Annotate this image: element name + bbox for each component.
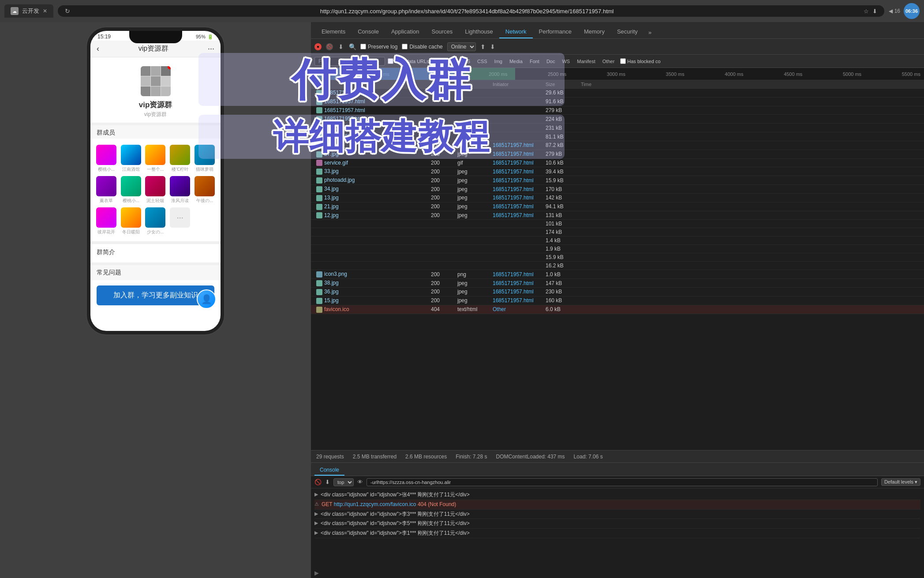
table-row[interactable]: service.gif 200 gif 1685171957.html 10.6…: [311, 159, 924, 168]
row-initiator[interactable]: 1685171957.html: [491, 280, 544, 286]
table-row[interactable]: 26.jpg 200 jpeg 1685171957.html 87.2 kB: [311, 141, 924, 150]
filter-all[interactable]: All: [432, 58, 443, 65]
table-row[interactable]: 101 kB: [311, 220, 924, 228]
console-levels-btn[interactable]: Default levels ▾: [881, 478, 920, 486]
disable-cache-checkbox[interactable]: Disable cache: [402, 44, 442, 50]
console-context-select[interactable]: top: [333, 478, 354, 486]
row-size: 81.1 kB: [544, 134, 579, 140]
table-row[interactable]: 27.jpg 200 jpeg 1685171957.html 279 kB: [311, 150, 924, 159]
tab-memory[interactable]: Memory: [578, 26, 611, 38]
table-row[interactable]: 174 kB: [311, 228, 924, 236]
console-filter-btn[interactable]: ⬇: [325, 479, 330, 485]
record-button[interactable]: ●: [314, 43, 322, 50]
console-filter-input[interactable]: [367, 478, 878, 486]
row-initiator[interactable]: 1685171957.html: [491, 177, 544, 184]
table-row[interactable]: favicon.ico 404 text/html Other 6.0 kB: [311, 305, 924, 314]
filter-manifest[interactable]: Manifest: [574, 58, 599, 65]
member-item: ···: [168, 206, 192, 237]
floating-avatar[interactable]: 👤: [197, 289, 216, 309]
row-initiator[interactable]: Other: [491, 306, 544, 312]
filter-media[interactable]: Media: [506, 58, 526, 65]
devtools-overflow-btn[interactable]: »: [644, 26, 656, 38]
row-initiator[interactable]: 1685171957.html: [491, 160, 544, 166]
tab-performance[interactable]: Performance: [533, 26, 578, 38]
table-row[interactable]: 33.jpg 200 jpeg 1685171957.html 39.4 kB: [311, 167, 924, 176]
row-initiator[interactable]: 1685171957.html: [491, 289, 544, 295]
row-initiator[interactable]: 1685171957.html: [491, 186, 544, 192]
join-button[interactable]: 加入群，学习更多副业知识: [97, 285, 214, 305]
row-initiator[interactable]: 1685171957.html: [491, 203, 544, 210]
import-button[interactable]: ⬆: [480, 43, 486, 50]
hide-data-urls-checkbox[interactable]: Hide data URLs: [388, 58, 429, 64]
table-row[interactable]: 1685171957.html 29.6 kB: [311, 89, 924, 98]
console-message: ▶<div class="idjshow" id="idjshow">李5***…: [314, 519, 920, 529]
col-status: Status: [429, 82, 456, 87]
clear-button[interactable]: 🚫: [326, 43, 333, 50]
console-toolbar: 🚫 ⬇ top 👁 Default levels ▾: [311, 476, 924, 488]
filter-js[interactable]: JS: [461, 58, 473, 65]
refresh-icon[interactable]: ↻: [65, 8, 70, 15]
table-row[interactable]: 21.jpg 200 jpeg 1685171957.html 94.1 kB: [311, 203, 924, 211]
bookmark-icon[interactable]: ☆: [864, 8, 869, 15]
table-row[interactable]: photoadd.jpg 200 jpeg 1685171957.html 15…: [311, 176, 924, 185]
table-row[interactable]: 15.9 kB: [311, 253, 924, 262]
console-eye-icon[interactable]: 👁: [357, 479, 363, 485]
filter-img[interactable]: Img: [491, 58, 505, 65]
table-row[interactable]: 1685171957.html 91.6 kB: [311, 98, 924, 106]
row-initiator[interactable]: 1685171957.html: [491, 212, 544, 218]
export-button[interactable]: ⬇: [490, 43, 495, 50]
filter-other[interactable]: Other: [599, 58, 618, 65]
console-tab[interactable]: Console: [314, 465, 344, 476]
row-initiator[interactable]: 1685171957.html: [491, 195, 544, 201]
error-link[interactable]: http://qun1.zzqcym.com/favicon.ico: [334, 501, 416, 507]
search-button[interactable]: 🔍: [349, 43, 356, 50]
faq-section: 常见问题: [90, 263, 221, 280]
filter-xhr[interactable]: XHR: [444, 58, 460, 65]
more-button[interactable]: ···: [208, 44, 214, 53]
tab-close-icon[interactable]: ✕: [43, 8, 47, 14]
table-row[interactable]: 36.jpg 200 jpeg 1685171957.html 230 kB: [311, 288, 924, 297]
tab-application[interactable]: Application: [385, 26, 426, 38]
filter-input[interactable]: [314, 57, 385, 66]
filter-font[interactable]: Font: [527, 58, 542, 65]
tab-elements[interactable]: Elements: [315, 26, 352, 38]
throttling-select[interactable]: Online: [447, 42, 476, 51]
table-row[interactable]: 38.jpg 200 jpeg 1685171957.html 147 kB: [311, 279, 924, 288]
filter-css[interactable]: CSS: [474, 58, 490, 65]
row-status: 200: [429, 212, 456, 218]
table-row[interactable]: 1.9 kB: [311, 245, 924, 253]
download-icon[interactable]: ⬇: [872, 8, 877, 15]
tab-security[interactable]: Security: [611, 26, 644, 38]
url-bar[interactable]: ↻ http://qun1.zzqcym.com/group.php/index…: [58, 5, 884, 17]
table-row[interactable]: 1.4 kB: [311, 236, 924, 245]
tab-sources[interactable]: Sources: [426, 26, 459, 38]
browser-tab[interactable]: ☁ 云开发 ✕: [4, 4, 53, 18]
table-row[interactable]: 1685171957.html 81.1 kB: [311, 132, 924, 141]
tab-network[interactable]: Network: [499, 26, 533, 38]
table-row[interactable]: 16.2 kB: [311, 262, 924, 270]
row-initiator[interactable]: 1685171957.html: [491, 151, 544, 157]
filter-toggle-button[interactable]: ⬇: [337, 43, 344, 50]
table-row[interactable]: 15.jpg 200 jpeg 1685171957.html 160 kB: [311, 297, 924, 305]
row-initiator[interactable]: 1685171957.html: [491, 169, 544, 175]
table-row[interactable]: 12.jpg 200 jpeg 1685171957.html 131 kB: [311, 211, 924, 220]
table-row[interactable]: icon3.png 200 png 1685171957.html 1.0 kB: [311, 270, 924, 279]
table-row[interactable]: 34.jpg 200 jpeg 1685171957.html 170 kB: [311, 185, 924, 194]
console-clear-btn[interactable]: 🚫: [314, 479, 322, 485]
table-row[interactable]: 1685171957.html 224 kB: [311, 115, 924, 124]
row-initiator[interactable]: 1685171957.html: [491, 142, 544, 148]
table-row[interactable]: 1685171957.html 279 kB: [311, 106, 924, 115]
row-initiator[interactable]: 1685171957.html: [491, 297, 544, 304]
file-type-icon: [316, 289, 322, 295]
filter-ws[interactable]: WS: [559, 58, 573, 65]
filter-doc[interactable]: Doc: [543, 58, 558, 65]
table-row[interactable]: 13.jpg 200 jpeg 1685171957.html 142 kB: [311, 194, 924, 203]
tab-lighthouse[interactable]: Lighthouse: [459, 26, 499, 38]
has-blocked-co-checkbox[interactable]: Has blocked co: [620, 58, 660, 64]
row-size: 142 kB: [544, 195, 579, 201]
preserve-log-checkbox[interactable]: Preserve log: [360, 44, 397, 50]
row-size: 10.6 kB: [544, 160, 579, 166]
table-row[interactable]: 1685171957.html 231 kB: [311, 124, 924, 132]
tab-console[interactable]: Console: [352, 26, 385, 38]
row-initiator[interactable]: 1685171957.html: [491, 271, 544, 278]
